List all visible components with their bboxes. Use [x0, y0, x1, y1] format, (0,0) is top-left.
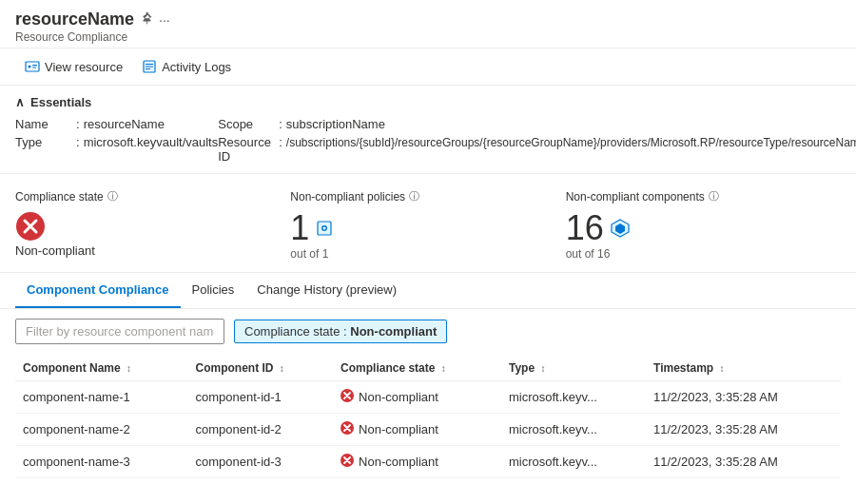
components-title: Non-compliant components ⓘ	[566, 189, 822, 204]
col-compliance-state: Compliance state ↕	[333, 354, 501, 381]
essentials-chevron-icon: ∧	[15, 95, 25, 109]
resourceid-label: Resource ID	[218, 135, 275, 164]
pin-icon[interactable]	[140, 11, 153, 28]
sort-icon-type[interactable]: ↕	[540, 363, 545, 374]
cell-compliance-state: Non-compliant	[333, 446, 501, 478]
component-icon	[610, 218, 631, 239]
essentials-grid: Name : resourceName Scope : subscription…	[15, 117, 841, 164]
col-type: Type ↕	[501, 354, 646, 381]
essentials-scope-row: Scope : subscriptionName	[218, 117, 856, 131]
compliance-state-box: Compliance state ⓘ Non-compliant	[15, 189, 290, 261]
cell-compliance-state: Non-compliant	[333, 414, 501, 446]
badge-label: Compliance state :	[244, 324, 350, 339]
cell-compliance-state: Non-compliant	[333, 381, 501, 414]
essentials-section: ∧ Essentials Name : resourceName Scope :…	[0, 86, 856, 174]
essentials-header[interactable]: ∧ Essentials	[15, 95, 841, 109]
cell-component-id: component-id-2	[187, 414, 333, 446]
name-value: resourceName	[84, 117, 165, 131]
noncompliant-components-box: Non-compliant components ⓘ 16 out of 16	[566, 189, 841, 261]
view-resource-button[interactable]: View resource	[15, 54, 132, 79]
svg-rect-2	[32, 65, 37, 66]
sort-icon-compliance-state[interactable]: ↕	[441, 363, 446, 374]
table-row[interactable]: component-name-2 component-id-2 Non-comp…	[15, 414, 841, 446]
cell-timestamp: 11/2/2023, 3:35:28 AM	[646, 446, 841, 478]
col-component-id: Component ID ↕	[187, 354, 333, 381]
compliance-state-badge: Compliance state : Non-compliant	[234, 320, 447, 343]
components-subtext: out of 16	[566, 247, 822, 261]
resourceid-value: /subscriptions/{subId}/resourceGroups/{r…	[286, 136, 856, 149]
cell-component-name: component-name-2	[15, 414, 187, 446]
cell-type: microsoft.keyv...	[501, 381, 646, 414]
row-compliance-value: Non-compliant	[359, 422, 438, 436]
sort-icon-component-id[interactable]: ↕	[280, 363, 284, 374]
row-noncompliant-icon	[340, 389, 354, 405]
filter-row: Compliance state : Non-compliant	[0, 309, 856, 354]
essentials-type-row: Type : microsoft.keyvault/vaults	[15, 135, 218, 164]
name-label: Name	[15, 117, 72, 131]
filter-input[interactable]	[15, 319, 224, 344]
resource-name-title: resourceName	[15, 10, 134, 29]
policies-count: 1	[290, 211, 309, 245]
type-label: Type	[15, 135, 72, 149]
compliance-section: Compliance state ⓘ Non-compliant Non-com…	[0, 174, 856, 273]
svg-rect-6	[146, 67, 153, 68]
row-compliance-value: Non-compliant	[359, 390, 438, 404]
table-row[interactable]: component-name-1 component-id-1 Non-comp…	[15, 381, 841, 414]
activity-logs-label: Activity Logs	[162, 60, 231, 74]
sort-icon-timestamp[interactable]: ↕	[720, 363, 725, 374]
row-noncompliant-icon	[340, 421, 354, 437]
view-resource-label: View resource	[45, 60, 123, 74]
type-value: microsoft.keyvault/vaults	[84, 135, 219, 149]
page-subtitle: Resource Compliance	[15, 30, 841, 44]
tab-component-compliance[interactable]: Component Compliance	[15, 273, 181, 308]
table-header-row: Component Name ↕ Component ID ↕ Complian…	[15, 354, 841, 381]
essentials-resourceid-row: Resource ID : /subscriptions/{subId}/res…	[218, 135, 856, 164]
scope-label: Scope	[218, 117, 275, 131]
policies-info-icon: ⓘ	[409, 189, 419, 204]
policies-title: Non-compliant policies ⓘ	[290, 189, 546, 204]
filter-input-wrap	[15, 319, 224, 344]
row-compliance-value: Non-compliant	[359, 455, 438, 469]
col-component-name: Component Name ↕	[15, 354, 187, 381]
tab-policies[interactable]: Policies	[181, 273, 246, 308]
svg-rect-5	[146, 64, 153, 65]
badge-value: Non-compliant	[350, 324, 437, 339]
cell-component-name: component-name-3	[15, 446, 187, 478]
activity-logs-icon	[142, 59, 157, 74]
cell-timestamp: 11/2/2023, 3:35:28 AM	[646, 381, 841, 414]
noncompliant-label: Non-compliant	[15, 243, 271, 258]
policies-count-row: 1	[290, 211, 546, 245]
col-timestamp: Timestamp ↕	[646, 354, 841, 381]
policy-icon	[315, 219, 334, 238]
cell-type: microsoft.keyv...	[501, 414, 646, 446]
sort-icon-component-name[interactable]: ↕	[126, 363, 131, 374]
compliance-state-title: Compliance state ⓘ	[15, 189, 271, 204]
more-options-icon[interactable]: ···	[159, 12, 170, 28]
row-noncompliant-icon	[340, 454, 354, 470]
scope-value: subscriptionName	[286, 117, 385, 131]
activity-logs-button[interactable]: Activity Logs	[132, 54, 241, 79]
svg-rect-3	[32, 67, 36, 68]
cell-type: microsoft.keyv...	[501, 446, 646, 478]
noncompliant-icon	[15, 211, 46, 242]
page-header: resourceName ··· Resource Compliance	[0, 0, 856, 48]
essentials-label: Essentials	[30, 95, 91, 109]
table-row[interactable]: component-name-3 component-id-3 Non-comp…	[15, 446, 841, 478]
svg-point-11	[323, 227, 326, 230]
tab-change-history[interactable]: Change History (preview)	[245, 273, 408, 308]
cell-timestamp: 11/2/2023, 3:35:28 AM	[646, 414, 841, 446]
cell-component-name: component-name-1	[15, 381, 187, 414]
noncompliant-policies-box: Non-compliant policies ⓘ 1 out of 1	[290, 189, 565, 261]
svg-rect-0	[26, 62, 39, 71]
view-resource-icon	[25, 59, 40, 74]
cell-component-id: component-id-3	[187, 446, 333, 478]
cell-component-id: component-id-1	[187, 381, 333, 414]
svg-point-1	[29, 66, 31, 68]
essentials-name-row: Name : resourceName	[15, 117, 218, 131]
components-count: 16	[566, 211, 604, 245]
tabs-bar: Component Compliance Policies Change His…	[0, 273, 856, 309]
component-compliance-table: Component Name ↕ Component ID ↕ Complian…	[0, 354, 856, 478]
compliance-state-info-icon: ⓘ	[107, 189, 118, 204]
policies-subtext: out of 1	[290, 247, 546, 261]
svg-rect-7	[146, 68, 150, 69]
